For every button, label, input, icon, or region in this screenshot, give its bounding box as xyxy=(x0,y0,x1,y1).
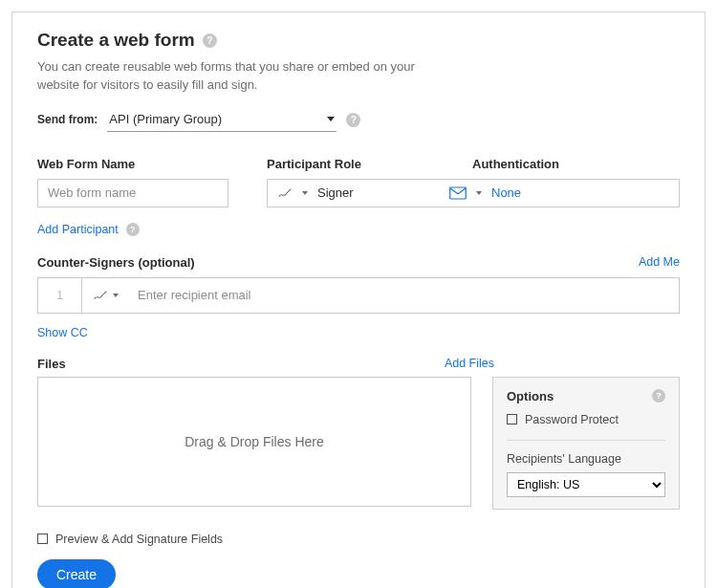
files-header: Files Add Files xyxy=(37,357,494,371)
options-header: Options ? xyxy=(507,389,665,403)
page-title-row: Create a web form ? xyxy=(37,30,680,51)
svg-rect-0 xyxy=(450,187,467,199)
authentication-label: Authentication xyxy=(472,157,680,171)
add-participant-row: Add Participant ? xyxy=(37,223,680,236)
participant-role-select[interactable]: Signer xyxy=(268,180,440,207)
options-title: Options xyxy=(507,389,554,403)
web-form-name-col: Web Form Name xyxy=(37,157,267,207)
chevron-down-icon xyxy=(327,117,335,121)
counter-signers-label: Counter-Signers (optional) xyxy=(37,255,195,270)
add-participant-link[interactable]: Add Participant xyxy=(37,223,119,236)
pen-icon xyxy=(277,185,293,201)
add-me-link[interactable]: Add Me xyxy=(639,255,680,269)
recipients-language-select[interactable]: English: US xyxy=(507,472,665,497)
counter-signer-row: 1 xyxy=(37,277,680,314)
checkbox-icon xyxy=(507,414,517,425)
dropzone-text: Drag & Drop Files Here xyxy=(185,434,324,449)
options-panel: Options ? Password Protect Recipients' L… xyxy=(492,377,680,510)
pen-icon xyxy=(93,288,108,303)
help-icon[interactable]: ? xyxy=(652,389,665,403)
counter-signers-header: Counter-Signers (optional) Add Me xyxy=(37,255,680,270)
help-icon[interactable]: ? xyxy=(346,113,360,127)
password-protect-label: Password Protect xyxy=(525,413,619,426)
participant-role-label: Participant Role xyxy=(267,157,472,171)
files-label: Files xyxy=(37,357,66,371)
create-button-label: Create xyxy=(56,567,97,582)
divider xyxy=(507,440,665,441)
page-title: Create a web form xyxy=(37,30,195,51)
create-button[interactable]: Create xyxy=(37,559,116,588)
chevron-down-icon xyxy=(302,191,308,195)
help-icon[interactable]: ? xyxy=(126,223,140,236)
recipients-language-label: Recipients' Language xyxy=(507,452,665,466)
envelope-icon xyxy=(449,186,467,200)
help-icon[interactable]: ? xyxy=(203,33,217,48)
participant-role-value: Signer xyxy=(317,185,354,200)
authentication-value: None xyxy=(491,185,521,200)
send-from-select[interactable]: API (Primary Group) xyxy=(107,108,337,132)
authentication-select[interactable]: None xyxy=(440,180,679,207)
checkbox-icon xyxy=(37,534,48,544)
password-protect-checkbox[interactable]: Password Protect xyxy=(507,413,665,426)
add-files-link[interactable]: Add Files xyxy=(445,357,494,370)
page-subtitle: You can create reusable web forms that y… xyxy=(37,58,448,95)
show-cc-link[interactable]: Show CC xyxy=(37,326,88,339)
send-from-label: Send from: xyxy=(37,113,98,126)
recipient-email-input[interactable] xyxy=(128,278,679,313)
form-container: Create a web form ? You can create reusa… xyxy=(11,11,706,588)
preview-add-signature-checkbox[interactable]: Preview & Add Signature Fields xyxy=(37,533,680,546)
send-from-row: Send from: API (Primary Group) ? xyxy=(37,108,680,132)
counter-signer-role-select[interactable] xyxy=(82,278,128,313)
files-area: Drag & Drop Files Here Options ? Passwor… xyxy=(37,371,680,510)
chevron-down-icon xyxy=(113,294,119,297)
preview-add-signature-label: Preview & Add Signature Fields xyxy=(55,533,223,546)
counter-signer-number: 1 xyxy=(38,278,82,313)
send-from-value: API (Primary Group) xyxy=(109,112,222,126)
chevron-down-icon xyxy=(476,191,482,195)
web-form-name-label: Web Form Name xyxy=(37,157,267,171)
role-auth-bar: Signer None xyxy=(267,179,680,207)
web-form-name-input[interactable] xyxy=(37,179,228,207)
files-dropzone[interactable]: Drag & Drop Files Here xyxy=(37,377,471,507)
